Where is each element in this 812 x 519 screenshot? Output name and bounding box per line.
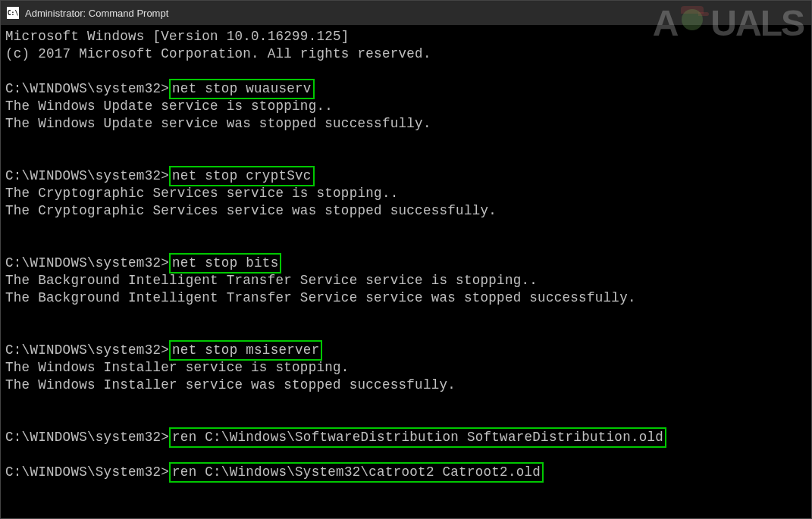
blank bbox=[5, 307, 807, 324]
prompt: C:\WINDOWS\system32> bbox=[5, 168, 169, 183]
command-line-1: C:\WINDOWS\system32>net stop wuauserv bbox=[5, 80, 807, 98]
cmd-icon: C:\ bbox=[7, 7, 19, 19]
output-line: The Background Intelligent Transfer Serv… bbox=[5, 289, 807, 307]
command-line-5: C:\WINDOWS\system32>ren C:\Windows\Softw… bbox=[5, 429, 807, 446]
output-line: The Windows Update service is stopping.. bbox=[5, 98, 807, 115]
output-line: The Cryptographic Services service is st… bbox=[5, 185, 807, 202]
header-line: Microsoft Windows [Version 10.0.16299.12… bbox=[5, 28, 807, 45]
blank bbox=[5, 150, 807, 167]
output-line: The Background Intelligent Transfer Serv… bbox=[5, 272, 807, 289]
prompt: C:\WINDOWS\System32> bbox=[5, 464, 169, 480]
output-line: The Windows Installer service was stoppe… bbox=[5, 377, 807, 394]
blank bbox=[5, 63, 807, 80]
command-highlight: net stop wuauserv bbox=[169, 79, 315, 99]
output-line: The Windows Update service was stopped s… bbox=[5, 115, 807, 133]
command-line-3: C:\WINDOWS\system32>net stop bits bbox=[5, 255, 807, 272]
command-highlight: net stop bits bbox=[169, 253, 281, 274]
command-highlight: net stop cryptSvc bbox=[169, 166, 315, 186]
command-line-4: C:\WINDOWS\system32>net stop msiserver bbox=[5, 342, 807, 359]
output-line: The Windows Installer service is stoppin… bbox=[5, 359, 807, 377]
prompt: C:\WINDOWS\system32> bbox=[5, 342, 169, 358]
prompt: C:\WINDOWS\system32> bbox=[5, 255, 169, 270]
prompt: C:\WINDOWS\system32> bbox=[5, 430, 169, 445]
prompt: C:\WINDOWS\system32> bbox=[5, 81, 169, 96]
window-titlebar[interactable]: C:\ Administrator: Command Prompt bbox=[1, 1, 811, 25]
blank bbox=[5, 220, 807, 237]
terminal-body[interactable]: Microsoft Windows [Version 10.0.16299.12… bbox=[1, 25, 811, 484]
blank bbox=[5, 394, 807, 411]
blank bbox=[5, 133, 807, 150]
command-line-2: C:\WINDOWS\system32>net stop cryptSvc bbox=[5, 167, 807, 185]
command-line-6: C:\WINDOWS\System32>ren C:\Windows\Syste… bbox=[5, 464, 807, 481]
blank bbox=[5, 411, 807, 429]
command-highlight: ren C:\Windows\System32\catroot2 Catroot… bbox=[169, 462, 544, 483]
blank bbox=[5, 324, 807, 342]
copyright-line: (c) 2017 Microsoft Corporation. All righ… bbox=[5, 45, 807, 63]
command-highlight: ren C:\Windows\SoftwareDistribution Soft… bbox=[169, 427, 666, 448]
blank bbox=[5, 237, 807, 255]
output-line: The Cryptographic Services service was s… bbox=[5, 202, 807, 220]
blank bbox=[5, 446, 807, 464]
command-highlight: net stop msiserver bbox=[169, 340, 322, 361]
window-title: Administrator: Command Prompt bbox=[25, 8, 168, 19]
